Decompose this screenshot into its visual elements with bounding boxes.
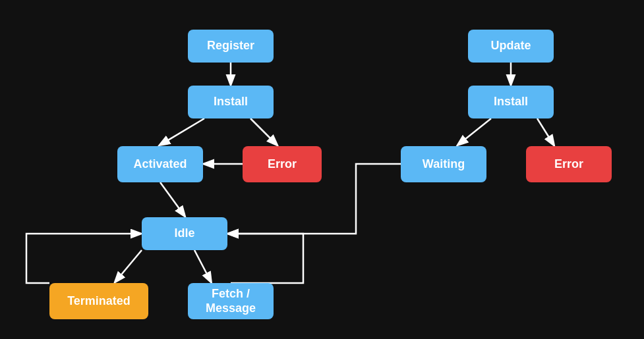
- install-right-node: Install: [468, 86, 554, 118]
- error-right-node: Error: [526, 146, 612, 182]
- svg-line-8: [458, 118, 491, 145]
- idle-node: Idle: [142, 217, 227, 250]
- activated-node: Activated: [117, 146, 203, 182]
- waiting-node: Waiting: [401, 146, 486, 182]
- svg-line-9: [537, 118, 554, 145]
- register-node: Register: [188, 30, 274, 63]
- svg-line-6: [194, 250, 211, 282]
- terminated-node: Terminated: [49, 283, 148, 319]
- svg-line-4: [160, 182, 185, 216]
- svg-line-2: [250, 118, 277, 145]
- fetch-message-node: Fetch / Message: [188, 283, 274, 319]
- diagram: Register Install Activated Error Idle Te…: [0, 0, 644, 339]
- update-node: Update: [468, 30, 554, 63]
- error-left-node: Error: [243, 146, 322, 182]
- install-left-node: Install: [188, 86, 274, 118]
- svg-line-1: [160, 118, 204, 145]
- svg-line-5: [115, 250, 142, 282]
